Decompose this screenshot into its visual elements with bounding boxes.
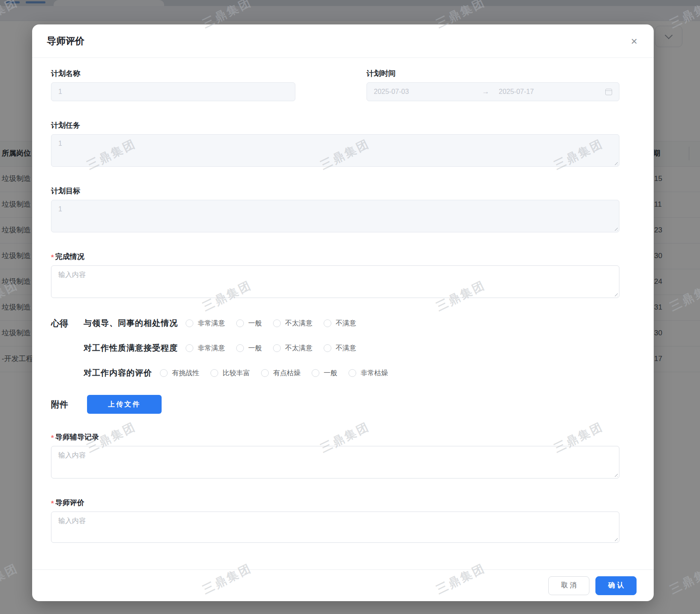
mentor-evaluation-dialog: 导师评价 × 计划名称 1 计划时间 2025-07-03 → 2025-07-… — [32, 24, 654, 601]
plan-goal-textarea[interactable]: 1 — [51, 200, 619, 232]
resize-handle[interactable] — [613, 226, 618, 231]
plan-name-input[interactable]: 1 — [51, 82, 295, 101]
completion-placeholder: 输入内容 — [58, 271, 86, 278]
radio-option-label: 不太满意 — [285, 344, 312, 353]
radio-option-label: 非常满意 — [198, 319, 225, 328]
radio-option-label: 有挑战性 — [172, 369, 199, 378]
resize-handle[interactable] — [613, 537, 618, 541]
upload-file-button[interactable]: 上传文件 — [87, 395, 162, 414]
insight-row: 对工作内容的评价有挑战性比较丰富有点枯燥一般非常枯燥 — [84, 366, 388, 380]
resize-handle[interactable] — [613, 292, 618, 296]
dialog-header: 导师评价 × — [32, 24, 654, 58]
insight-rows: 与领导、同事的相处情况非常满意一般不太满意不满意对工作性质满意接受程度非常满意一… — [84, 316, 388, 380]
insight-question: 对工作性质满意接受程度 — [84, 343, 178, 354]
radio-option-label: 非常满意 — [198, 344, 225, 353]
plan-time-range-picker[interactable]: 2025-07-03 → 2025-07-17 — [367, 82, 619, 101]
insight-row: 与领导、同事的相处情况非常满意一般不太满意不满意 — [84, 316, 388, 331]
mentor-eval-textarea[interactable]: 输入内容 — [51, 512, 619, 543]
plan-time-label: 计划时间 — [367, 68, 619, 78]
mentor-eval-label: 导师评价 — [55, 498, 84, 508]
radio-icon[interactable] — [261, 369, 269, 377]
plan-name-label: 计划名称 — [51, 68, 295, 78]
close-icon[interactable]: × — [629, 34, 639, 48]
range-end-date[interactable]: 2025-07-17 — [491, 83, 606, 101]
insights-label: 心得 — [51, 316, 84, 380]
plan-task-value: 1 — [58, 140, 62, 147]
radio-option-label: 一般 — [324, 369, 337, 378]
radio-option[interactable]: 不太满意 — [273, 344, 312, 353]
required-asterisk: * — [51, 500, 54, 507]
radio-option[interactable]: 一般 — [312, 369, 337, 378]
radio-icon[interactable] — [160, 369, 168, 377]
radio-option[interactable]: 不满意 — [324, 319, 356, 328]
radio-option[interactable]: 有挑战性 — [160, 369, 199, 378]
plan-task-label: 计划任务 — [51, 120, 619, 130]
calendar-icon — [605, 89, 612, 95]
mentor-record-textarea[interactable]: 输入内容 — [51, 446, 619, 479]
radio-icon[interactable] — [186, 344, 193, 352]
radio-icon[interactable] — [324, 319, 331, 327]
mentor-eval-placeholder: 输入内容 — [58, 517, 86, 524]
completion-textarea[interactable]: 输入内容 — [51, 265, 619, 298]
radio-option[interactable]: 非常枯燥 — [348, 369, 388, 378]
radio-option[interactable]: 不太满意 — [273, 319, 312, 328]
radio-option[interactable]: 比较丰富 — [210, 369, 250, 378]
radio-icon[interactable] — [312, 369, 319, 377]
radio-option-label: 不满意 — [336, 319, 356, 328]
radio-icon[interactable] — [273, 319, 281, 327]
radio-option[interactable]: 不满意 — [324, 344, 356, 353]
required-asterisk: * — [51, 434, 54, 442]
radio-option-label: 有点枯燥 — [273, 369, 300, 378]
mentor-record-label: 导师辅导记录 — [55, 432, 99, 442]
radio-option-label: 一般 — [248, 344, 262, 353]
radio-icon[interactable] — [236, 319, 244, 327]
radio-group: 有挑战性比较丰富有点枯燥一般非常枯燥 — [160, 369, 388, 378]
range-arrow-icon: → — [481, 83, 491, 101]
completion-label: 完成情况 — [55, 252, 84, 262]
radio-option-label: 比较丰富 — [222, 369, 250, 378]
radio-icon[interactable] — [186, 319, 193, 327]
radio-option[interactable]: 一般 — [236, 344, 262, 353]
dialog-title: 导师评价 — [47, 35, 629, 48]
radio-group: 非常满意一般不太满意不满意 — [186, 344, 356, 353]
required-asterisk: * — [51, 254, 54, 261]
range-start-date[interactable]: 2025-07-03 — [374, 83, 481, 101]
cancel-button[interactable]: 取 消 — [548, 576, 589, 595]
radio-option[interactable]: 非常满意 — [186, 319, 225, 328]
resize-handle[interactable] — [613, 161, 618, 165]
dialog-body: 计划名称 1 计划时间 2025-07-03 → 2025-07-17 计划任务… — [32, 58, 654, 543]
dialog-footer: 取 消 确 认 — [32, 569, 654, 601]
attachment-label: 附件 — [51, 399, 68, 410]
radio-option[interactable]: 非常满意 — [186, 344, 225, 353]
radio-group: 非常满意一般不太满意不满意 — [186, 319, 356, 328]
radio-option-label: 不满意 — [336, 344, 356, 353]
radio-icon[interactable] — [236, 344, 244, 352]
radio-option[interactable]: 一般 — [236, 319, 262, 328]
confirm-button[interactable]: 确 认 — [595, 576, 637, 595]
insight-question: 对工作内容的评价 — [84, 367, 152, 379]
plan-task-textarea[interactable]: 1 — [51, 134, 619, 167]
radio-option-label: 不太满意 — [285, 319, 312, 328]
radio-option[interactable]: 有点枯燥 — [261, 369, 300, 378]
radio-icon[interactable] — [273, 344, 281, 352]
radio-option-label: 非常枯燥 — [361, 369, 388, 378]
insight-question: 与领导、同事的相处情况 — [84, 318, 178, 329]
resize-handle[interactable] — [613, 473, 618, 477]
radio-icon[interactable] — [348, 369, 356, 377]
plan-goal-value: 1 — [58, 205, 62, 213]
radio-icon[interactable] — [210, 369, 218, 377]
radio-option-label: 一般 — [248, 319, 262, 328]
insight-row: 对工作性质满意接受程度非常满意一般不太满意不满意 — [84, 341, 388, 355]
radio-icon[interactable] — [324, 344, 331, 352]
plan-goal-label: 计划目标 — [51, 186, 619, 196]
mentor-record-placeholder: 输入内容 — [58, 451, 86, 459]
